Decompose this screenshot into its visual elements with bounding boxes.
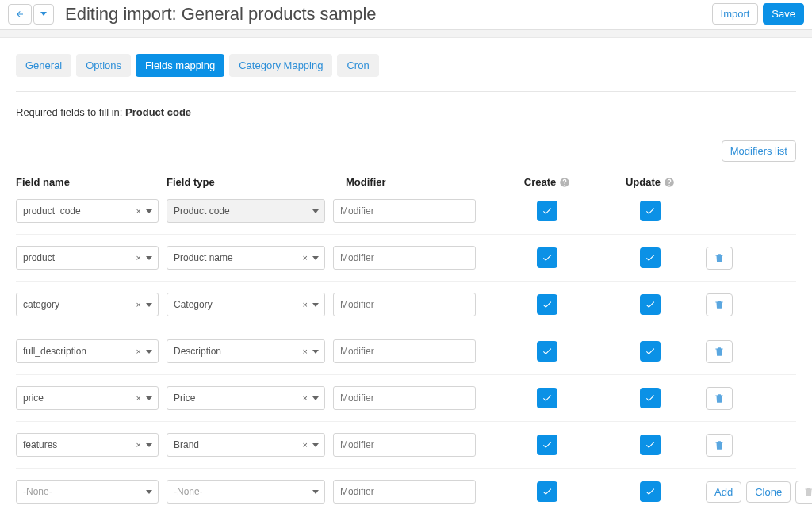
col-create-label: Create [524, 176, 556, 188]
field-type-combo[interactable] [167, 480, 325, 504]
check-icon [645, 439, 656, 450]
update-checkbox[interactable] [640, 247, 661, 268]
delete-row-button[interactable] [706, 387, 733, 410]
clear-icon[interactable]: × [136, 347, 141, 356]
field-type-combo[interactable]: × [167, 246, 325, 270]
clear-icon[interactable]: × [303, 347, 308, 356]
row-actions [706, 434, 812, 457]
field-type-combo[interactable]: × [167, 293, 325, 316]
import-button[interactable]: Import [712, 3, 759, 25]
create-checkbox[interactable] [537, 481, 557, 502]
field-name-combo[interactable]: × [16, 433, 159, 457]
chevron-down-icon[interactable] [312, 303, 319, 307]
modifier-input[interactable] [333, 386, 476, 410]
divider [16, 91, 796, 92]
clear-icon[interactable]: × [303, 393, 308, 403]
update-checkbox[interactable] [640, 481, 661, 502]
create-checkbox[interactable] [537, 247, 557, 268]
chevron-down-icon[interactable] [146, 303, 152, 307]
chevron-down-icon[interactable] [312, 443, 319, 447]
chevron-down-icon[interactable] [146, 396, 152, 400]
field-type-combo[interactable]: × [167, 433, 325, 457]
chevron-down-icon[interactable] [312, 209, 319, 213]
create-checkbox[interactable] [537, 435, 557, 455]
chevron-down-icon[interactable] [146, 490, 152, 494]
field-type-input[interactable] [167, 293, 325, 316]
field-type-input[interactable] [167, 199, 325, 223]
field-type-input[interactable] [167, 433, 325, 457]
field-name-input[interactable] [16, 480, 159, 504]
check-icon [645, 486, 656, 497]
field-type-combo[interactable] [167, 199, 325, 223]
modifier-input[interactable] [333, 433, 476, 457]
modifier-input[interactable] [333, 246, 476, 270]
table-row: ×× [16, 282, 796, 328]
chevron-down-icon[interactable] [146, 443, 152, 447]
modifier-input[interactable] [333, 199, 476, 223]
clear-icon[interactable]: × [303, 253, 308, 262]
chevron-down-icon[interactable] [146, 209, 152, 213]
clear-icon[interactable]: × [136, 440, 141, 450]
clear-icon[interactable]: × [136, 300, 141, 309]
delete-row-button[interactable] [706, 434, 733, 457]
field-name-combo[interactable]: × [16, 339, 159, 363]
clear-icon[interactable]: × [136, 393, 141, 403]
check-icon [542, 486, 553, 497]
field-name-combo[interactable]: × [16, 386, 159, 410]
chevron-down-icon[interactable] [312, 350, 319, 354]
chevron-down-icon[interactable] [312, 490, 319, 494]
help-icon[interactable] [559, 177, 570, 188]
modifier-input[interactable] [333, 339, 476, 363]
save-button[interactable]: Save [763, 3, 804, 25]
tab-fields-mapping[interactable]: Fields mapping [136, 54, 224, 77]
clear-icon[interactable]: × [303, 440, 308, 450]
trash-icon [714, 346, 725, 358]
page-title: Editing import: General products sample [65, 4, 377, 25]
chevron-down-icon[interactable] [146, 350, 152, 354]
clone-row-button[interactable]: Clone [746, 481, 791, 503]
field-type-input[interactable] [167, 339, 325, 363]
update-checkbox[interactable] [640, 294, 661, 315]
table-row: AddClone [16, 469, 796, 515]
chevron-down-icon[interactable] [312, 396, 319, 400]
field-name-combo[interactable]: × [16, 199, 159, 223]
trash-icon [803, 486, 812, 498]
add-row-button[interactable]: Add [706, 481, 741, 503]
field-type-input[interactable] [167, 386, 325, 410]
help-icon[interactable] [664, 177, 675, 188]
chevron-down-icon[interactable] [146, 256, 152, 260]
delete-row-button[interactable] [706, 340, 733, 363]
create-checkbox[interactable] [537, 388, 557, 408]
delete-row-button[interactable] [706, 293, 733, 316]
back-button[interactable] [8, 4, 32, 25]
clear-icon[interactable]: × [136, 253, 141, 262]
trash-icon [714, 252, 725, 264]
field-name-combo[interactable]: × [16, 293, 159, 316]
field-name-combo[interactable]: × [16, 246, 159, 270]
modifiers-list-button[interactable]: Modifiers list [722, 140, 796, 162]
update-checkbox[interactable] [640, 341, 661, 362]
update-checkbox[interactable] [640, 201, 661, 221]
tab-general[interactable]: General [16, 54, 71, 77]
check-icon [542, 205, 553, 216]
clear-icon[interactable]: × [136, 206, 141, 216]
field-type-combo[interactable]: × [167, 386, 325, 410]
create-checkbox[interactable] [537, 201, 557, 221]
field-type-input[interactable] [167, 480, 325, 504]
modifier-input[interactable] [333, 480, 476, 504]
create-checkbox[interactable] [537, 294, 557, 315]
create-checkbox[interactable] [537, 341, 557, 362]
tab-category-mapping[interactable]: Category Mapping [229, 54, 332, 77]
back-dropdown-button[interactable] [33, 4, 54, 25]
update-checkbox[interactable] [640, 435, 661, 455]
update-checkbox[interactable] [640, 388, 661, 408]
delete-row-button[interactable] [706, 247, 733, 270]
tab-options[interactable]: Options [76, 54, 131, 77]
clear-icon[interactable]: × [303, 300, 308, 309]
modifier-input[interactable] [333, 293, 476, 316]
field-type-combo[interactable]: × [167, 339, 325, 363]
field-type-input[interactable] [167, 246, 325, 270]
chevron-down-icon[interactable] [312, 256, 319, 260]
tab-cron[interactable]: Cron [337, 54, 378, 77]
field-name-combo[interactable] [16, 480, 159, 504]
